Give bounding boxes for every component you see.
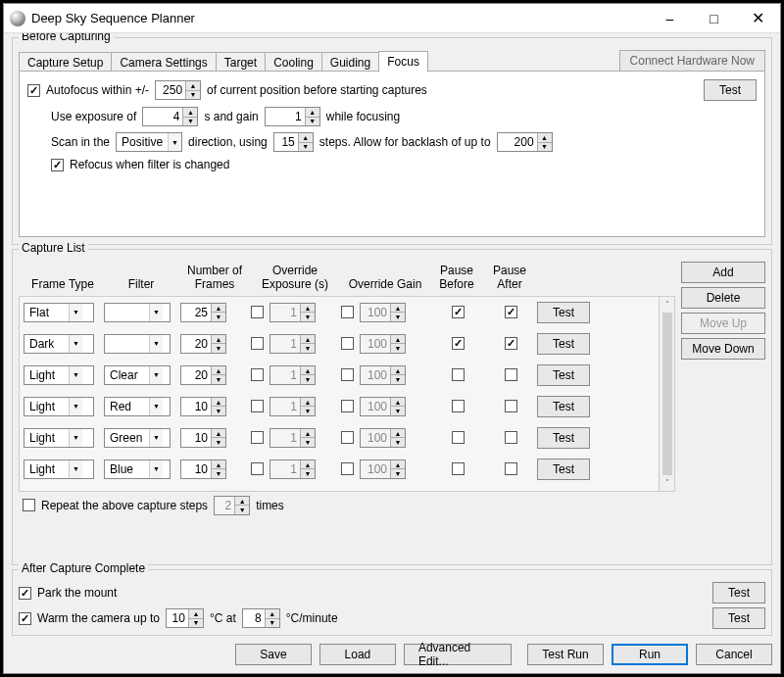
- advanced-edit-button[interactable]: Advanced Edit...: [404, 644, 512, 665]
- pause-before-checkbox[interactable]: [452, 306, 465, 318]
- num-frames-spinner[interactable]: 10▲▼: [180, 397, 226, 416]
- spinner-arrows-icon[interactable]: ▲▼: [537, 133, 552, 151]
- scroll-down-icon[interactable]: ˅: [665, 476, 669, 490]
- pause-after-checkbox[interactable]: [505, 431, 517, 444]
- cancel-button[interactable]: Cancel: [696, 644, 772, 665]
- filter-select[interactable]: Blue▼: [104, 459, 171, 479]
- override-exposure-spinner[interactable]: 1▲▼: [270, 397, 316, 416]
- pause-after-checkbox[interactable]: [505, 462, 517, 475]
- override-exposure-spinner[interactable]: 1▲▼: [270, 459, 316, 479]
- frame-type-select[interactable]: Light▼: [24, 397, 94, 416]
- focus-test-button[interactable]: Test: [704, 79, 757, 101]
- spinner-arrows-icon[interactable]: ▲▼: [211, 398, 225, 415]
- override-gain-checkbox[interactable]: [341, 431, 354, 444]
- spinner-arrows-icon[interactable]: ▲▼: [390, 460, 405, 478]
- pause-after-checkbox[interactable]: [505, 368, 517, 381]
- num-frames-spinner[interactable]: 20▲▼: [180, 365, 226, 385]
- pause-before-checkbox[interactable]: [452, 337, 465, 350]
- connect-hardware-button[interactable]: Connect Hardware Now: [619, 50, 765, 72]
- row-test-button[interactable]: Test: [537, 302, 590, 323]
- filter-select[interactable]: Clear▼: [104, 365, 171, 385]
- maximize-button[interactable]: □: [692, 4, 736, 32]
- num-frames-spinner[interactable]: 10▲▼: [180, 428, 226, 448]
- frame-type-select[interactable]: Light▼: [24, 459, 94, 479]
- backlash-spinner[interactable]: 200 ▲▼: [497, 132, 553, 152]
- spinner-arrows-icon[interactable]: ▲▼: [211, 335, 225, 353]
- row-test-button[interactable]: Test: [537, 427, 590, 449]
- park-test-button[interactable]: Test: [712, 582, 765, 604]
- warm-camera-checkbox[interactable]: [19, 612, 31, 625]
- row-test-button[interactable]: Test: [537, 396, 590, 417]
- spinner-arrows-icon[interactable]: ▲▼: [182, 108, 197, 125]
- filter-select[interactable]: ▼: [104, 334, 171, 354]
- add-button[interactable]: Add: [681, 262, 765, 283]
- spinner-arrows-icon[interactable]: ▲▼: [300, 398, 315, 415]
- filter-select[interactable]: Green▼: [104, 428, 171, 448]
- pause-after-checkbox[interactable]: [505, 306, 517, 318]
- override-exposure-spinner[interactable]: 1▲▼: [270, 334, 316, 354]
- spinner-arrows-icon[interactable]: ▲▼: [390, 398, 405, 415]
- delete-button[interactable]: Delete: [681, 287, 765, 309]
- frame-type-select[interactable]: Dark▼: [24, 334, 94, 354]
- warm-rate-spinner[interactable]: 8 ▲▼: [242, 608, 280, 628]
- park-mount-checkbox[interactable]: [19, 587, 31, 600]
- override-exposure-spinner[interactable]: 1▲▼: [270, 365, 316, 385]
- spinner-arrows-icon[interactable]: ▲▼: [300, 366, 315, 384]
- pause-before-checkbox[interactable]: [452, 431, 465, 444]
- tab-capture-setup[interactable]: Capture Setup: [19, 52, 112, 72]
- override-exposure-spinner[interactable]: 1▲▼: [270, 303, 316, 322]
- override-gain-spinner[interactable]: 100▲▼: [360, 334, 406, 354]
- frame-type-select[interactable]: Light▼: [24, 365, 94, 385]
- spinner-arrows-icon[interactable]: ▲▼: [300, 335, 315, 353]
- scrollbar[interactable]: ˄ ˅: [660, 296, 675, 492]
- spinner-arrows-icon[interactable]: ▲▼: [305, 108, 319, 125]
- override-exposure-checkbox[interactable]: [251, 306, 264, 318]
- override-gain-spinner[interactable]: 100▲▼: [360, 428, 406, 448]
- override-gain-checkbox[interactable]: [341, 337, 354, 350]
- pause-after-checkbox[interactable]: [505, 400, 517, 412]
- frame-type-select[interactable]: Flat▼: [24, 303, 94, 322]
- override-gain-checkbox[interactable]: [341, 306, 354, 318]
- warm-test-button[interactable]: Test: [712, 607, 765, 629]
- spinner-arrows-icon[interactable]: ▲▼: [188, 609, 203, 627]
- num-frames-spinner[interactable]: 10▲▼: [180, 459, 226, 479]
- repeat-checkbox[interactable]: [23, 499, 35, 511]
- tab-cooling[interactable]: Cooling: [265, 52, 322, 72]
- scroll-thumb[interactable]: [662, 313, 672, 475]
- override-gain-spinner[interactable]: 100▲▼: [360, 303, 406, 322]
- override-exposure-checkbox[interactable]: [251, 400, 264, 412]
- scan-steps-spinner[interactable]: 15 ▲▼: [273, 132, 314, 152]
- override-gain-spinner[interactable]: 100▲▼: [360, 365, 406, 385]
- spinner-arrows-icon[interactable]: ▲▼: [300, 304, 315, 321]
- row-test-button[interactable]: Test: [537, 333, 590, 355]
- minimize-button[interactable]: –: [648, 4, 692, 32]
- spinner-arrows-icon[interactable]: ▲▼: [298, 133, 313, 151]
- move-up-button[interactable]: Move Up: [681, 313, 765, 334]
- override-gain-spinner[interactable]: 100▲▼: [360, 397, 406, 416]
- row-test-button[interactable]: Test: [537, 364, 590, 386]
- save-button[interactable]: Save: [235, 644, 312, 665]
- pause-after-checkbox[interactable]: [505, 337, 517, 350]
- pause-before-checkbox[interactable]: [452, 400, 465, 412]
- scan-direction-select[interactable]: Positive ▼: [116, 132, 182, 152]
- tab-target[interactable]: Target: [216, 52, 266, 72]
- refocus-checkbox[interactable]: [51, 159, 64, 171]
- override-gain-spinner[interactable]: 100▲▼: [360, 459, 406, 479]
- num-frames-spinner[interactable]: 25▲▼: [180, 303, 226, 322]
- run-button[interactable]: Run: [612, 644, 688, 665]
- tab-camera-settings[interactable]: Camera Settings: [111, 52, 216, 72]
- num-frames-spinner[interactable]: 20▲▼: [180, 334, 226, 354]
- override-exposure-spinner[interactable]: 1▲▼: [270, 428, 316, 448]
- autofocus-range-spinner[interactable]: 250 ▲▼: [155, 80, 201, 100]
- spinner-arrows-icon[interactable]: ▲▼: [265, 609, 279, 627]
- test-run-button[interactable]: Test Run: [527, 644, 604, 665]
- move-down-button[interactable]: Move Down: [681, 338, 765, 360]
- spinner-arrows-icon[interactable]: ▲▼: [390, 335, 405, 353]
- filter-select[interactable]: ▼: [104, 303, 171, 322]
- override-exposure-checkbox[interactable]: [251, 337, 264, 350]
- override-exposure-checkbox[interactable]: [251, 368, 264, 381]
- spinner-arrows-icon[interactable]: ▲▼: [234, 497, 249, 514]
- spinner-arrows-icon[interactable]: ▲▼: [390, 304, 405, 321]
- pause-before-checkbox[interactable]: [452, 462, 465, 475]
- override-exposure-checkbox[interactable]: [251, 462, 264, 475]
